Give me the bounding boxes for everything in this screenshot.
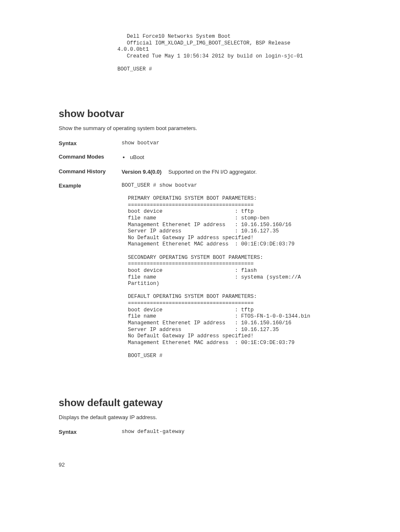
section2-desc: Displays the default gateway IP address. — [59, 414, 358, 421]
label-syntax: Syntax — [59, 140, 122, 147]
label-modes: Command Modes — [59, 154, 122, 161]
example-code: BOOT_USER # show bootvar PRIMARY OPERATI… — [122, 183, 358, 360]
label-example: Example — [59, 183, 122, 190]
content-syntax2: show default-gateway — [122, 429, 358, 436]
intro-code: Dell Force10 Networks System Boot Offici… — [117, 34, 358, 73]
syntax-code: show bootvar — [122, 140, 358, 147]
row-syntax: Syntax show bootvar — [59, 140, 358, 147]
intro-code-block: Dell Force10 Networks System Boot Offici… — [117, 34, 358, 73]
row-syntax2: Syntax show default-gateway — [59, 429, 358, 436]
page-number: 92 — [59, 461, 358, 469]
row-history: Command History Version 9.4(0.0) Support… — [59, 168, 358, 176]
content-modes: uBoot — [122, 154, 358, 161]
section-desc: Show the summary of operating system boo… — [59, 125, 358, 132]
modes-list: uBoot — [122, 154, 358, 161]
version-text: Supported on the FN I/O aggregator. — [168, 168, 257, 176]
content-history: Version 9.4(0.0) Supported on the FN I/O… — [122, 168, 358, 176]
heading-show-default-gateway: show default gateway — [59, 396, 358, 410]
version-line: Version 9.4(0.0) Supported on the FN I/O… — [122, 168, 358, 176]
heading-show-bootvar: show bootvar — [59, 107, 358, 121]
version-label: Version 9.4(0.0) — [122, 168, 161, 176]
label-history: Command History — [59, 168, 122, 175]
content-example: BOOT_USER # show bootvar PRIMARY OPERATI… — [122, 183, 358, 360]
row-example: Example BOOT_USER # show bootvar PRIMARY… — [59, 183, 358, 360]
row-modes: Command Modes uBoot — [59, 154, 358, 161]
syntax2-code: show default-gateway — [122, 429, 358, 436]
modes-item: uBoot — [129, 154, 358, 161]
content-syntax: show bootvar — [122, 140, 358, 147]
label-syntax2: Syntax — [59, 429, 122, 436]
